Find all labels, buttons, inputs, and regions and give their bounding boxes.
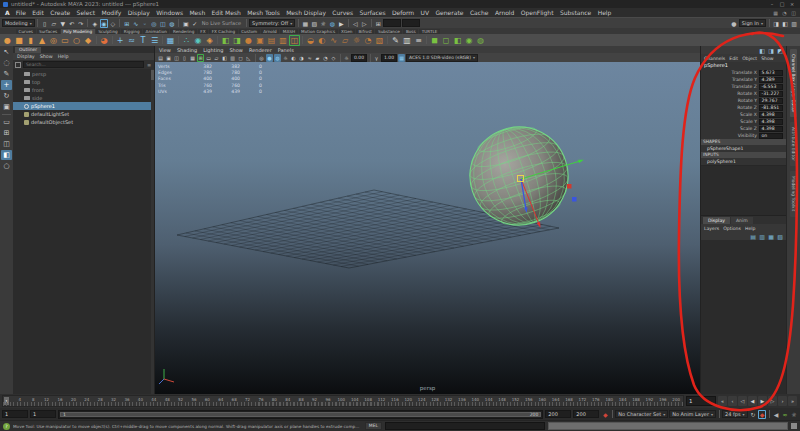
channel-attr-label[interactable]: Translate Y [732, 77, 757, 82]
channel-attr-label[interactable]: Rotate Y [738, 98, 757, 103]
mel-toggle-button[interactable]: MEL [365, 422, 382, 430]
menu-create[interactable]: Create [47, 9, 73, 16]
snap-view-plane-icon[interactable]: ◫ [159, 19, 167, 28]
animation-end-field[interactable]: 200 [573, 410, 599, 418]
channel-attr-label[interactable]: Translate X [732, 70, 757, 75]
safe-title-icon[interactable]: ◺ [245, 54, 252, 62]
script-editor-icon[interactable] [791, 423, 797, 429]
animation-preferences-icon[interactable]: ☼ [790, 410, 798, 419]
rotate-tool[interactable]: ↻ [1, 91, 12, 101]
render-settings-icon[interactable]: ☼ [319, 19, 327, 28]
move-manipulator[interactable] [518, 160, 584, 228]
channel-attr-label[interactable]: Scale Y [740, 119, 757, 124]
target-weld-icon[interactable]: ◐ [317, 35, 328, 46]
shadows-icon[interactable]: ◐ [290, 54, 297, 62]
layer-menu-help[interactable]: Help [745, 226, 755, 231]
xray-icon[interactable]: ◔ [322, 54, 329, 62]
snap-projected-center-icon[interactable]: ◎ [150, 19, 158, 28]
step-forward-key-button[interactable]: › [778, 396, 787, 406]
shelf-tab-rendering[interactable]: Rendering [170, 29, 196, 34]
play-forwards-button[interactable]: ▶ [758, 396, 767, 406]
layer-menu-layers[interactable]: Layers [704, 226, 719, 231]
extrude-icon[interactable]: ▣ [255, 35, 266, 46]
pane-right-icon[interactable]: ▷ [360, 19, 368, 28]
poly-platonic-icon[interactable]: ◆ [83, 35, 94, 46]
snap-curve-icon[interactable]: ∿ [132, 19, 140, 28]
shelf-tab-custom[interactable]: Custom [239, 29, 260, 34]
coordinate-grid-icon[interactable]: ⊞ [374, 19, 382, 28]
paint-select-tool[interactable]: ✎ [1, 69, 12, 79]
menu-cache[interactable]: Cache [467, 9, 492, 16]
menu-modify[interactable]: Modify [98, 9, 124, 16]
viewport-menu-lighting[interactable]: Lighting [203, 47, 223, 53]
viewport-menu-show[interactable]: Show [229, 47, 243, 53]
isolate-select-icon[interactable]: ◇ [330, 54, 337, 62]
close-button[interactable]: × [787, 1, 797, 8]
channel-attr-value[interactable]: 4.398 [759, 112, 783, 118]
channel-attr-value[interactable]: 5.673 [759, 70, 783, 76]
poke-face-icon[interactable]: ☼ [351, 35, 362, 46]
layer-menu-options[interactable]: Options [723, 226, 741, 231]
outliner-menu-show[interactable]: Show [40, 54, 53, 59]
shelf-tab-turtle[interactable]: TURTLE [419, 29, 440, 34]
type-tool-icon[interactable]: T [138, 35, 149, 46]
viewport-menu-panels[interactable]: Panels [278, 47, 294, 53]
menu-mesh-tools[interactable]: Mesh Tools [244, 9, 283, 16]
layout-two-pane-stacked[interactable]: ◫ [1, 139, 12, 149]
tool-settings-toggle-icon[interactable]: ◧ [781, 19, 789, 28]
merge-vertices-icon[interactable]: ◒ [305, 35, 316, 46]
layout-icon[interactable]: ◫ [789, 10, 798, 16]
skin-bind-icon[interactable]: ◈ [204, 35, 215, 46]
snap-grid-icon[interactable]: ⊞ [123, 19, 131, 28]
outliner-item-side[interactable]: side [13, 94, 154, 102]
shelf-tab-animation[interactable]: Animation [143, 29, 169, 34]
range-slider-handle[interactable]: 1 200 [60, 412, 541, 417]
outliner-item-top[interactable]: top [13, 78, 154, 86]
menu-edit-mesh[interactable]: Edit Mesh [208, 9, 244, 16]
mirror-icon[interactable]: ◫ [289, 35, 300, 46]
save-scene-icon[interactable]: ▼ [59, 19, 67, 28]
layout-outliner-persp[interactable]: ◧ [1, 150, 12, 160]
move-tool[interactable]: + [1, 80, 12, 90]
menu-surfaces[interactable]: Surfaces [356, 9, 388, 16]
shelf-tab-fx-caching[interactable]: FX Caching [209, 29, 238, 34]
redo-icon[interactable]: ↷ [77, 19, 85, 28]
step-back-frame-button[interactable]: ◁ [738, 396, 747, 406]
step-forward-frame-button[interactable]: ▷ [768, 396, 777, 406]
textured-icon[interactable]: ◍ [274, 54, 281, 62]
offset-edge-loop-icon[interactable]: ≡ [413, 35, 424, 46]
boolean-difference-icon[interactable]: ◻ [441, 35, 452, 46]
view-grid-icon[interactable]: ⊞ [197, 54, 204, 62]
menu-set-selector[interactable]: Modeling▾ [2, 19, 35, 27]
step-back-key-button[interactable]: ‹ [728, 396, 737, 406]
input-operations-icon[interactable]: ▣ [182, 19, 190, 28]
outliner-item-defaultLightSet[interactable]: defaultLightSet [13, 110, 154, 118]
range-slider-track[interactable]: 1 200 [58, 410, 543, 419]
channel-attr-value[interactable]: -6.553 [759, 84, 783, 90]
symmetry-selector[interactable]: Symmetry: Off▾ [249, 19, 295, 27]
append-polygon-icon[interactable]: ▱ [340, 35, 351, 46]
shelf-tab-xgen[interactable]: XGen [339, 29, 355, 34]
colorspace-dropdown[interactable]: ACES 1.0 SDR-video (sRGB)▾ [406, 54, 478, 62]
filter-icon[interactable]: ≡ [146, 62, 152, 68]
maximize-button[interactable]: □ [777, 1, 787, 8]
outliner-list-mode-icon[interactable] [15, 62, 21, 68]
ipr-render-icon[interactable]: ▧ [310, 19, 318, 28]
multi-component-icon[interactable]: + [115, 35, 126, 46]
sweep-mesh-icon[interactable]: ☰ [149, 35, 160, 46]
outliner-item-pSphere1[interactable]: pSphere1 [13, 102, 154, 110]
wireframe-icon[interactable]: ◎ [258, 54, 265, 62]
outliner-item-front[interactable]: front [13, 86, 154, 94]
screen-space-ao-icon[interactable]: ◑ [298, 54, 305, 62]
insert-edge-loop-icon[interactable]: ▥ [402, 35, 413, 46]
shelf-tab-arnold[interactable]: Arnold [261, 29, 280, 34]
field-chart-icon[interactable]: ▥ [229, 54, 236, 62]
menu-generate[interactable]: Generate [432, 9, 466, 16]
outliner-menu-display[interactable]: Display [17, 54, 35, 59]
shelf-tab-substance[interactable]: Substance [375, 29, 402, 34]
viewport-canvas[interactable]: Verts3823820Edges7807800Faces4004000Tris… [155, 62, 700, 394]
channel-attr-label[interactable]: Rotate X [737, 91, 757, 96]
channel-attr-value[interactable]: 29.767 [759, 98, 783, 104]
channel-menu-channels[interactable]: Channels [704, 56, 725, 61]
shelf-tab-fx[interactable]: FX [198, 29, 208, 34]
